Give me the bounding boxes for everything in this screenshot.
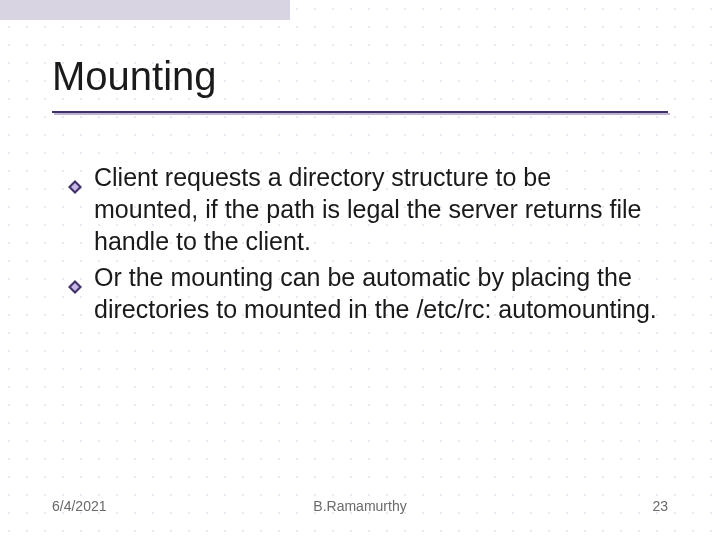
slide-title: Mounting — [52, 54, 668, 109]
slide-footer: 6/4/2021 B.Ramamurthy 23 — [0, 498, 720, 514]
footer-date: 6/4/2021 — [52, 498, 107, 514]
footer-page-number: 23 — [652, 498, 668, 514]
bullet-text: Client requests a directory structure to… — [94, 163, 642, 255]
list-item: Client requests a directory structure to… — [94, 161, 660, 257]
list-item: Or the mounting can be automatic by plac… — [94, 261, 660, 325]
title-underline-shadow — [54, 113, 670, 115]
footer-author: B.Ramamurthy — [313, 498, 406, 514]
title-underline — [52, 111, 668, 113]
diamond-bullet-icon — [68, 269, 82, 283]
title-underline-line — [52, 111, 668, 113]
bullet-text: Or the mounting can be automatic by plac… — [94, 263, 657, 323]
bullet-list: Client requests a directory structure to… — [52, 161, 668, 325]
slide-content: Mounting Client requests a directory str… — [0, 0, 720, 540]
diamond-bullet-icon — [68, 169, 82, 183]
